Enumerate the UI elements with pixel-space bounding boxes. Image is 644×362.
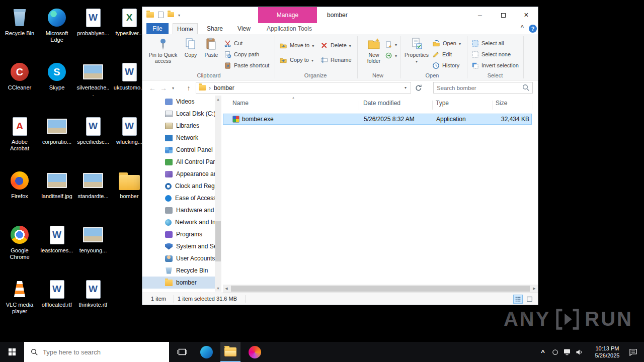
hidden-icons-chevron-icon[interactable]: ^ [537,342,548,362]
sidebar-item-control-panel[interactable]: Control Panel [142,144,215,156]
start-button[interactable] [0,342,24,362]
minimize-button[interactable]: – [468,7,492,23]
select-all-button[interactable]: Select all [471,38,504,48]
forward-icon[interactable]: → [158,80,169,96]
sidebar-item-programs[interactable]: Programs [142,228,215,240]
desktop-icon-adobe-acrobat[interactable]: Adobe Acrobat [3,116,36,152]
select-none-button[interactable]: Select none [471,49,511,59]
desktop-icon-specifiedsc[interactable]: specifiedsc... [76,116,110,145]
open-button[interactable]: Open [432,38,461,48]
scroll-left-icon[interactable]: ◀ [223,285,230,293]
qat-customize-chevron-icon[interactable] [178,11,180,18]
rename-button[interactable]: Rename [320,55,352,65]
app-taskbar-button[interactable] [245,342,265,362]
column-header-size[interactable]: Size [496,100,507,107]
desktop-icon-firefox[interactable]: Firefox [3,170,36,200]
new-folder-button[interactable]: New folder [362,36,385,64]
refresh-button[interactable] [415,84,422,93]
desktop-icon-microsoft-edge[interactable]: Microsoft Edge [40,7,73,43]
sidebar-scrollbar[interactable]: ▲ ▼ [215,96,221,292]
column-divider[interactable] [532,101,532,110]
search-icon[interactable] [522,84,530,92]
close-button[interactable]: × [515,7,538,23]
copy-button[interactable]: Copy [182,36,200,58]
scrollbar-thumb[interactable] [215,221,221,261]
desktop-icon-standardte[interactable]: standardte... [76,170,110,200]
new-item-button[interactable] [385,39,397,49]
paste-shortcut-button[interactable]: Paste shortcut [224,60,269,70]
scroll-right-icon[interactable]: ▶ [531,285,538,293]
address-dropdown-chevron-icon[interactable] [400,82,411,94]
sidebar-item-bomber[interactable]: bomber [142,277,215,289]
maximize-button[interactable] [492,7,515,23]
column-header-date-modified[interactable]: Date modified [363,100,400,107]
help-icon[interactable]: ? [529,25,537,33]
move-to-button[interactable]: Move to [279,40,314,50]
desktop-icon-landitself[interactable]: landitself.jpg [40,170,73,200]
desktop-icon-bomber[interactable]: bomber [113,170,146,200]
copy-to-button[interactable]: Copy to [279,55,313,65]
back-icon[interactable]: ← [147,80,157,96]
tab-home[interactable]: Home [173,23,198,34]
desktop-icon-tenyoung[interactable]: tenyoung... [76,224,110,254]
breadcrumb-location[interactable]: bomber [214,84,234,92]
recent-locations-chevron-icon[interactable] [170,80,177,96]
details-view-button[interactable] [513,295,523,304]
tray-icon[interactable] [549,342,560,362]
tab-share[interactable]: Share [202,23,228,34]
edge-taskbar-button[interactable] [196,342,216,362]
scrollbar-thumb[interactable] [231,286,530,292]
sidebar-item-user-accounts[interactable]: User Accounts [142,252,215,264]
taskbar-search[interactable] [24,342,169,362]
sidebar-item-network-and-internet[interactable]: Network and In... [142,216,215,228]
up-icon[interactable]: ↑ [184,80,194,96]
desktop-icon-ccleaner[interactable]: CCleaner [3,61,36,91]
tab-view[interactable]: View [232,23,256,34]
tab-file[interactable]: File [146,23,169,34]
paste-button[interactable]: Paste [202,36,221,58]
desktop-icon-typesilver[interactable]: typesilver... [113,7,146,37]
sidebar-item-ease-of-access[interactable]: Ease of Access [142,192,215,204]
desktop-icon-probablyen[interactable]: probablyen... [76,7,110,37]
desktop-icon-ukcustomo[interactable]: ukcustomo... [113,61,146,91]
history-button[interactable]: History [432,60,459,70]
scroll-up-icon[interactable]: ▲ [215,96,221,103]
column-header-type[interactable]: Type [436,100,449,107]
volume-tray-button[interactable] [574,342,585,362]
column-divider[interactable] [432,101,433,110]
sidebar-item-local-disk-c[interactable]: Local Disk (C:) [142,108,215,120]
desktop-icon-silverteache[interactable]: silverteache... [76,61,110,98]
pin-to-quick-access-button[interactable]: Pin to Quick access [147,36,179,64]
desktop-icon-skype[interactable]: Skype [40,61,73,91]
cut-button[interactable]: Cut [224,38,243,48]
qat-new-folder-icon[interactable] [168,12,174,17]
desktop-icon-thinkvote[interactable]: thinkvote.rtf [76,279,110,308]
properties-button[interactable]: Properties [403,36,430,65]
file-row-bomber.exe[interactable]: bomber.exe5/26/2025 8:32 AMApplication32… [223,114,532,125]
file-explorer-taskbar-button[interactable] [220,342,240,362]
task-view-button[interactable] [172,342,192,362]
action-center-button[interactable] [623,342,643,362]
desktop-icon-wfucking[interactable]: wfucking... [113,116,146,145]
sidebar-item-appearance-personalization[interactable]: Appearance an... [142,168,215,180]
sidebar-item-hardware-and-sound[interactable]: Hardware and ... [142,204,215,216]
sidebar-item-libraries[interactable]: Libraries [142,120,215,132]
column-header-name[interactable]: Name [232,100,249,107]
desktop-icon-leastcomes[interactable]: leastcomes... [40,224,73,254]
delete-button[interactable]: Delete [320,40,351,50]
network-tray-button[interactable] [561,342,573,362]
sidebar-item-clock-and-region[interactable]: Clock and Regi... [142,180,215,192]
sidebar-item-videos[interactable]: Videos [142,96,215,108]
sidebar-item-all-control-panel-items[interactable]: All Control Par... [142,156,215,168]
desktop-icon-offlocated[interactable]: offlocated.rtf [40,279,73,308]
easy-access-button[interactable] [385,50,397,60]
column-divider[interactable] [359,101,359,110]
title-bar[interactable]: Manage bomber – × [142,7,538,23]
column-divider[interactable] [493,101,493,110]
sidebar-item-recycle-bin[interactable]: Recycle Bin [142,264,215,277]
edit-button[interactable]: Edit [432,49,452,59]
thumbnail-view-button[interactable] [525,295,534,304]
tab-application-tools[interactable]: Application Tools [263,23,315,34]
scroll-down-icon[interactable]: ▼ [215,285,221,292]
desktop-icon-recycle-bin[interactable]: Recycle Bin [3,7,36,37]
